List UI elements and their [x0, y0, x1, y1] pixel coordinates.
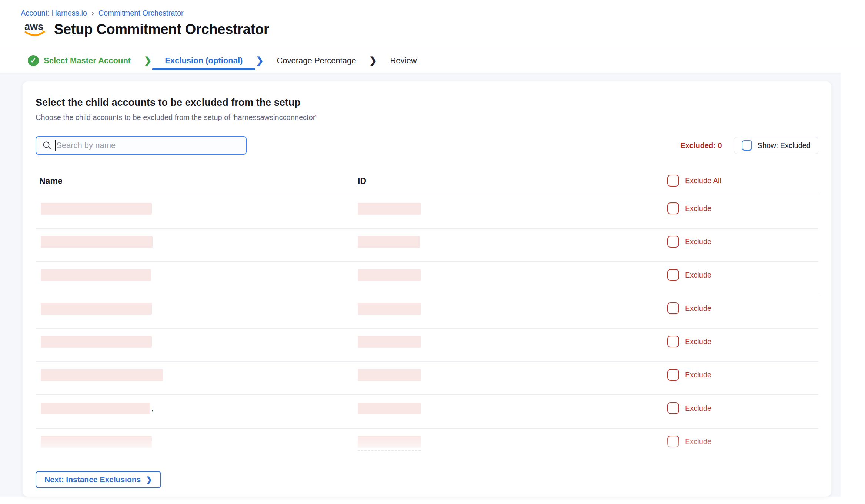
breadcrumb-page-link[interactable]: Commitment Orchestrator	[98, 9, 184, 17]
name-placeholder-bar	[41, 369, 163, 381]
step-label: Exclusion (optional)	[165, 56, 243, 65]
breadcrumb: Account: Harness.io › Commitment Orchest…	[21, 9, 184, 17]
breadcrumb-separator-icon: ›	[91, 9, 94, 17]
accounts-table-header: Name ID Exclude All	[36, 175, 818, 194]
exclude-all-label: Exclude All	[685, 177, 721, 185]
next-button-chevron-icon: ❯	[146, 475, 152, 484]
exclusion-panel: Select the child accounts to be excluded…	[23, 81, 831, 497]
row-exclude-label: Exclude	[685, 204, 711, 213]
exclude-checkbox[interactable]	[667, 269, 679, 281]
top-bar: Account: Harness.io › Commitment Orchest…	[0, 0, 865, 48]
breadcrumb-account-link[interactable]: Account: Harness.io	[21, 9, 87, 17]
exclude-checkbox[interactable]	[667, 302, 679, 314]
name-placeholder-bar	[41, 203, 152, 215]
id-placeholder-bar	[358, 336, 421, 348]
exclude-all-control[interactable]: Exclude All	[667, 175, 721, 187]
next-button-label: Next: Instance Exclusions	[44, 475, 141, 484]
page: Account: Harness.io › Commitment Orchest…	[0, 0, 865, 504]
row-exclude-label: Exclude	[685, 238, 711, 246]
account-table-row: Exclude	[36, 329, 818, 362]
row-exclude-control[interactable]: Exclude	[667, 402, 711, 414]
row-exclude-label: Exclude	[685, 437, 711, 446]
step-label: Select Master Account	[44, 56, 131, 65]
row-exclude-label: Exclude	[685, 371, 711, 379]
row-exclude-label: Exclude	[685, 404, 711, 413]
account-table-row: Exclude	[36, 362, 818, 395]
exclude-checkbox[interactable]	[667, 369, 679, 381]
name-placeholder-bar	[41, 269, 151, 281]
row-exclude-label: Exclude	[685, 337, 711, 346]
text-cursor	[55, 140, 56, 151]
name-suffix: ;	[151, 404, 154, 413]
id-placeholder-bar	[358, 369, 421, 381]
svg-text:aws: aws	[24, 21, 43, 32]
row-exclude-control[interactable]: Exclude	[667, 202, 711, 214]
step-label: Review	[390, 56, 417, 65]
column-header-name: Name	[39, 176, 63, 186]
id-dashed-underline	[358, 450, 421, 451]
name-placeholder-bar	[41, 236, 153, 248]
account-table-row: Exclude	[36, 262, 818, 295]
id-placeholder-bar	[358, 403, 421, 414]
row-exclude-control[interactable]: Exclude	[667, 436, 711, 447]
step-chevron-icon: ❯	[368, 56, 377, 65]
step-complete-check-icon: ✓	[28, 55, 39, 66]
show-excluded-toggle[interactable]: Show: Excluded	[734, 137, 818, 154]
panel-subheading: Choose the child accounts to be excluded…	[36, 113, 317, 122]
account-table-row: ; Exclude	[36, 395, 818, 429]
row-exclude-label: Exclude	[685, 304, 711, 313]
account-table-row: Exclude	[36, 229, 818, 262]
table-toolbar: Excluded: 0 Show: Excluded	[36, 136, 818, 155]
title-row: aws Setup Commitment Orchestrator	[24, 20, 269, 38]
exclude-checkbox[interactable]	[667, 336, 679, 347]
id-placeholder-bar	[358, 269, 421, 281]
exclude-checkbox[interactable]	[667, 402, 679, 414]
search-icon	[42, 141, 52, 150]
step-review[interactable]: Review	[377, 48, 429, 73]
row-exclude-control[interactable]: Exclude	[667, 236, 711, 248]
next-instance-exclusions-button[interactable]: Next: Instance Exclusions ❯	[36, 471, 161, 488]
page-title: Setup Commitment Orchestrator	[54, 21, 269, 37]
show-excluded-label: Show: Excluded	[758, 141, 811, 150]
step-exclusion[interactable]: Exclusion (optional)	[152, 48, 255, 73]
content-area: Select the child accounts to be excluded…	[0, 73, 841, 497]
exclude-checkbox[interactable]	[667, 202, 679, 214]
name-placeholder-bar	[41, 403, 150, 414]
name-placeholder-bar	[41, 436, 152, 448]
search-box[interactable]	[36, 136, 247, 155]
excluded-count-badge: Excluded: 0	[680, 141, 722, 150]
toolbar-right: Excluded: 0 Show: Excluded	[680, 137, 818, 154]
exclude-checkbox[interactable]	[667, 436, 679, 447]
account-table-row: Exclude	[36, 195, 818, 229]
exclude-all-checkbox[interactable]	[667, 175, 679, 187]
id-placeholder-bar	[358, 203, 421, 215]
step-label: Coverage Percentage	[277, 56, 356, 65]
name-placeholder-bar	[41, 303, 152, 315]
row-exclude-control[interactable]: Exclude	[667, 336, 711, 347]
name-placeholder-bar	[41, 336, 152, 348]
show-excluded-checkbox[interactable]	[742, 140, 752, 151]
account-table-row: Exclude	[36, 429, 818, 459]
id-placeholder-bar	[358, 303, 421, 315]
step-select-master-account[interactable]: ✓ Select Master Account	[15, 48, 143, 73]
aws-logo-icon: aws	[24, 20, 47, 38]
step-chevron-icon: ❯	[255, 56, 264, 65]
wizard-stepper: ✓ Select Master Account ❯ Exclusion (opt…	[0, 48, 865, 73]
column-header-id: ID	[358, 176, 366, 186]
step-chevron-icon: ❯	[143, 56, 152, 65]
row-exclude-control[interactable]: Exclude	[667, 302, 711, 314]
account-table-row: Exclude	[36, 295, 818, 329]
panel-heading: Select the child accounts to be excluded…	[36, 97, 301, 108]
step-coverage-percentage[interactable]: Coverage Percentage	[264, 48, 368, 73]
search-input[interactable]	[56, 141, 240, 150]
row-exclude-control[interactable]: Exclude	[667, 369, 711, 381]
row-exclude-control[interactable]: Exclude	[667, 269, 711, 281]
id-placeholder-bar	[358, 436, 421, 448]
accounts-table-body: Exclude Exclude Exclude Exclude	[36, 195, 818, 459]
id-placeholder-bar	[358, 236, 420, 248]
row-exclude-label: Exclude	[685, 271, 711, 279]
exclude-checkbox[interactable]	[667, 236, 679, 248]
